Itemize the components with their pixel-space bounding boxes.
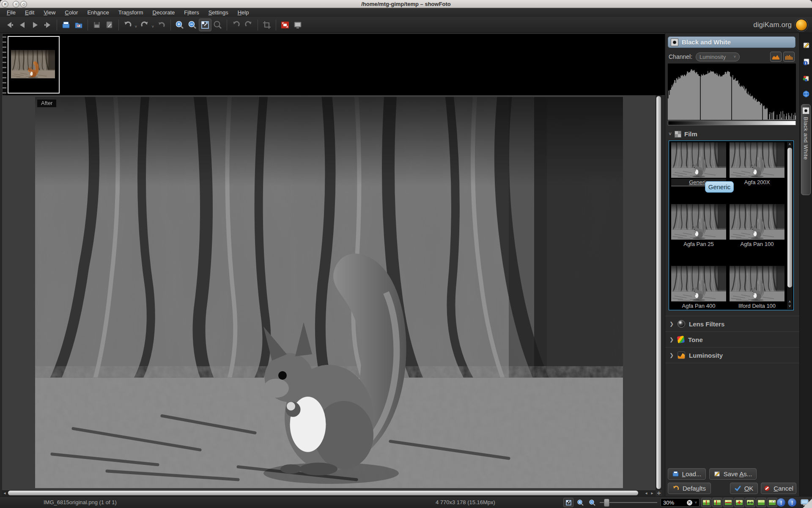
save-icon: [92, 20, 102, 30]
section-label: Luminosity: [689, 352, 723, 359]
nav-forward-button[interactable]: [29, 19, 41, 31]
defaults-button[interactable]: Defaults: [668, 483, 711, 494]
linear-histogram-button[interactable]: [770, 52, 782, 62]
film-section-header[interactable]: ˅ Film: [669, 130, 697, 138]
load-button[interactable]: Load...: [668, 468, 706, 480]
menu-enhance[interactable]: Enhance: [83, 8, 113, 17]
menu-view[interactable]: View: [39, 8, 60, 17]
zoom-in-icon: [175, 20, 184, 30]
menubar: FileEditViewColorEnhanceTransformDecorat…: [0, 8, 812, 17]
revert-button[interactable]: [155, 19, 168, 31]
menu-edit[interactable]: Edit: [21, 8, 38, 17]
scroll-up-icon[interactable]: ˄: [787, 143, 793, 146]
film-preset-agfa-pan-25[interactable]: Agfa Pan 25: [670, 204, 727, 266]
overexposure-indicator-button[interactable]: !: [788, 498, 796, 507]
film-preset-thumbnail: [671, 142, 726, 178]
film-preset-agfa-200x[interactable]: Agfa 200X: [728, 142, 786, 204]
fit-to-window-button[interactable]: [199, 19, 211, 31]
zoom-100-button[interactable]: [211, 19, 224, 31]
thumbnail-indicator-button-6[interactable]: [756, 498, 766, 507]
shade-button[interactable]: ˅: [13, 1, 19, 8]
clear-icon[interactable]: ✕: [687, 500, 692, 505]
editor-canvas[interactable]: After: [2, 95, 656, 490]
open-image-button[interactable]: [60, 19, 72, 31]
horizontal-scrollbar[interactable]: ◂ ◂ ▸: [2, 490, 656, 496]
statusbar-zoom-out-button[interactable]: [587, 498, 597, 507]
menu-help[interactable]: Help: [233, 8, 253, 17]
ok-button[interactable]: OK: [730, 483, 758, 494]
zoom-in-button[interactable]: [173, 19, 186, 31]
menu-filters[interactable]: Filters: [180, 8, 203, 17]
color-management-icon[interactable]: [802, 74, 810, 82]
menu-transform[interactable]: Transform: [114, 8, 148, 17]
nav-first-button[interactable]: [3, 19, 16, 31]
tab-black-and-white[interactable]: Black and White: [801, 104, 811, 195]
film-preset-generic[interactable]: Generic: [670, 142, 727, 204]
redo-button[interactable]: ˅: [138, 19, 151, 31]
section-luminosity[interactable]: ❯Luminosity: [665, 347, 800, 363]
geolocation-globe-icon[interactable]: [802, 90, 810, 98]
presentation-button[interactable]: [291, 19, 304, 31]
film-preset-label: Agfa 200X: [743, 179, 772, 186]
rotate-left-button[interactable]: [230, 19, 242, 31]
thumbnail-item-selected[interactable]: [8, 36, 60, 94]
underexposure-indicator-button[interactable]: !: [777, 498, 785, 507]
menu-decorate[interactable]: Decorate: [148, 8, 179, 17]
section-lens-filters[interactable]: ❯Lens Filters: [665, 316, 800, 331]
edit-pencil-icon[interactable]: [802, 41, 810, 49]
edit-metadata-button[interactable]: [103, 19, 116, 31]
fullscreen-button[interactable]: [279, 19, 291, 31]
properties-info-icon[interactable]: i: [802, 58, 810, 66]
thumbnail-indicator-button-5[interactable]: [745, 498, 755, 507]
menu-color[interactable]: Color: [60, 8, 82, 17]
chevron-down-icon[interactable]: ˅: [135, 25, 137, 29]
nav-back-button[interactable]: [16, 19, 29, 31]
chevron-down-icon[interactable]: ˅: [152, 25, 154, 29]
scroll-left-icon-2[interactable]: ◂: [644, 491, 649, 495]
undo-button[interactable]: ˅: [121, 19, 134, 31]
svg-text:i: i: [805, 61, 806, 65]
statusbar-zoom-in-button[interactable]: [575, 498, 585, 507]
channel-select[interactable]: Luminosity ˅: [696, 52, 740, 61]
zoom-level-combo[interactable]: 30% ✕ ˅: [661, 498, 700, 507]
window-resize-grip[interactable]: [803, 499, 812, 508]
thumbnail-indicator-button-7[interactable]: [767, 498, 777, 507]
nav-last-button[interactable]: [41, 19, 54, 31]
vertical-scrollbar[interactable]: [656, 95, 662, 490]
section-tone[interactable]: ❯Tone: [665, 331, 800, 347]
scroll-down-icon[interactable]: ˅: [787, 304, 793, 308]
chevron-down-icon: ˅: [669, 131, 672, 137]
zoom-out-button[interactable]: [186, 19, 199, 31]
thumbnail-indicator-button-1[interactable]: [701, 498, 711, 507]
scroll-left-icon[interactable]: ◂: [2, 491, 7, 495]
statusbar: IMG_6815original.png (1 of 1) 4 770x3 17…: [0, 496, 812, 508]
logarithmic-histogram-icon: [785, 54, 793, 60]
film-preset-agfa-pan-100[interactable]: Agfa Pan 100: [728, 204, 786, 266]
preset-list-scrollbar[interactable]: ˄ ˄ ˅: [787, 142, 793, 309]
rotate-right-button[interactable]: [242, 19, 255, 31]
film-preset-agfa-pan-400[interactable]: Agfa Pan 400: [670, 266, 727, 310]
thumbnail-indicator-button-3[interactable]: [723, 498, 733, 507]
thumbnail-indicator-button-2[interactable]: [712, 498, 722, 507]
fit-to-window-toggle[interactable]: [563, 498, 573, 507]
menu-file[interactable]: File: [3, 8, 20, 17]
crop-button[interactable]: [261, 19, 273, 31]
cancel-button[interactable]: Cancel: [761, 483, 796, 494]
statusbar-filename: IMG_6815original.png (1 of 1): [44, 499, 117, 505]
scroll-right-icon[interactable]: ▸: [650, 491, 655, 495]
lens-filter-icon: [678, 320, 685, 328]
pan-navigator-button[interactable]: ✛: [656, 490, 662, 496]
save-as-button[interactable]: Save As...: [709, 468, 757, 480]
save-button[interactable]: [91, 19, 103, 31]
logarithmic-histogram-button[interactable]: [783, 52, 795, 62]
scroll-up-icon-2[interactable]: ˄: [787, 300, 793, 304]
close-button[interactable]: ✕: [2, 1, 8, 8]
menu-settings[interactable]: Settings: [204, 8, 233, 17]
maximize-button[interactable]: ◇: [20, 1, 27, 8]
zoom-slider-handle[interactable]: [604, 499, 609, 507]
open-folder-button[interactable]: [72, 19, 85, 31]
cancel-icon: [764, 485, 770, 491]
film-preset-grid: GenericAgfa 200XAgfa Pan 25Agfa Pan 100A…: [670, 142, 787, 310]
film-preset-ilford-delta-100[interactable]: Ilford Delta 100: [728, 266, 786, 310]
thumbnail-indicator-button-4[interactable]: [734, 498, 744, 507]
